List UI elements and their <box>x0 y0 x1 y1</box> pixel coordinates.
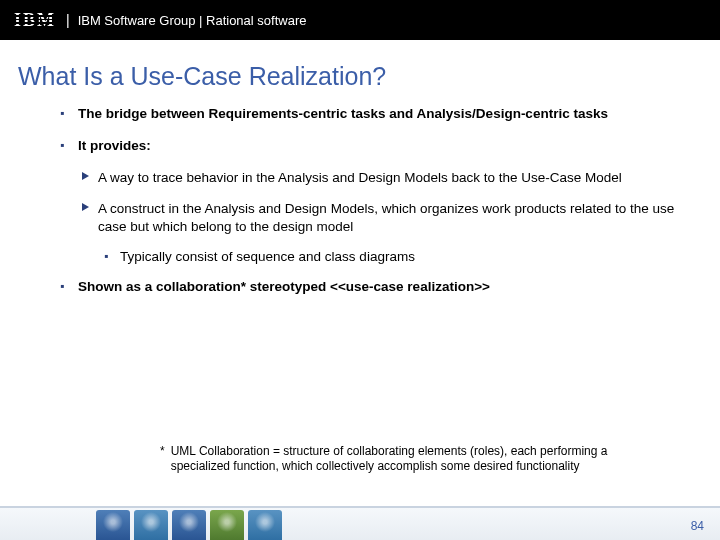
footer-bar: 84 <box>0 506 720 540</box>
bullet-text: It provides: <box>78 138 151 153</box>
ibm-logo: IBM <box>14 10 56 31</box>
header-group-text: IBM Software Group | Rational software <box>78 13 307 28</box>
footnote-star: * <box>160 444 165 475</box>
bullet-text: A way to trace behavior in the Analysis … <box>98 170 622 185</box>
bullet-text: The bridge between Requirements-centric … <box>78 106 608 121</box>
footer-art-block <box>134 510 168 540</box>
bullet-level1: The bridge between Requirements-centric … <box>60 105 690 123</box>
slide-title: What Is a Use-Case Realization? <box>18 62 720 91</box>
footer-art-block <box>96 510 130 540</box>
bullet-text: Typically consist of sequence and class … <box>120 249 415 264</box>
bullet-level2: A way to trace behavior in the Analysis … <box>82 169 690 187</box>
bullet-text: A construct in the Analysis and Design M… <box>98 201 674 234</box>
footnote: * UML Collaboration = structure of colla… <box>160 444 660 475</box>
slide-content: The bridge between Requirements-centric … <box>60 105 690 297</box>
bullet-text: Shown as a collaboration* stereotyped <<… <box>78 279 490 294</box>
ibm-logo-text: IBM <box>14 10 56 31</box>
slide: IBM | IBM Software Group | Rational soft… <box>0 0 720 540</box>
header-bar: IBM | IBM Software Group | Rational soft… <box>0 0 720 40</box>
header-separator: | <box>66 12 70 28</box>
bullet-level2: A construct in the Analysis and Design M… <box>82 200 690 236</box>
footer-art <box>96 508 286 540</box>
footer-art-block <box>210 510 244 540</box>
bullet-level1: Shown as a collaboration* stereotyped <<… <box>60 278 690 296</box>
footer-art-block <box>248 510 282 540</box>
footer-art-block <box>172 510 206 540</box>
footnote-text: UML Collaboration = structure of collabo… <box>171 444 660 475</box>
page-number: 84 <box>691 519 704 533</box>
bullet-level1: It provides: <box>60 137 690 155</box>
bullet-level3: Typically consist of sequence and class … <box>104 248 690 266</box>
